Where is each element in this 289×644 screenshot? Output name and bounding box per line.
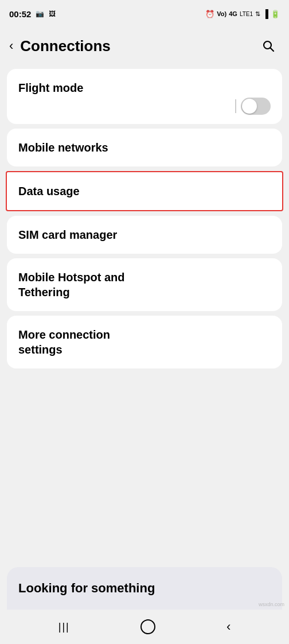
header: ‹ Connections [0,28,289,64]
looking-for-something-label: Looking for something [18,581,155,595]
alarm-icon: ⏰ [205,10,214,18]
toggle-divider [235,99,236,113]
signal-icon: ▐ [263,9,268,18]
home-icon [140,619,155,634]
lte-icon: LTE1 [240,11,253,17]
status-time: 00:52 [9,9,31,19]
sim-card-manager-label: SIM card manager [18,228,117,241]
data-arrows-icon: ⇅ [255,10,260,18]
back-button[interactable]: ‹ [9,38,13,53]
recent-apps-icon: ||| [58,621,70,633]
status-bar: 00:52 📷 🖼 ⏰ Vo) 4G LTE1 ⇅ ▐ 🔋 [0,0,289,28]
more-connection-settings-label: More connectionsettings [18,328,110,356]
search-icon [261,39,275,53]
camera-icon: 📷 [36,10,44,18]
search-button[interactable] [257,34,280,57]
gallery-icon: 🖼 [49,10,56,18]
status-right: ⏰ Vo) 4G LTE1 ⇅ ▐ 🔋 [205,9,280,18]
nav-bar: ||| ‹ [0,610,289,644]
flight-mode-item[interactable]: Flight mode [7,69,282,124]
battery-icon: 🔋 [271,10,280,18]
toggle-knob [242,99,257,114]
home-button[interactable] [140,619,155,634]
sim-card-manager-item[interactable]: SIM card manager [7,216,282,254]
status-left: 00:52 📷 🖼 [9,9,56,19]
flight-mode-label: Flight mode [18,82,83,94]
mobile-networks-item[interactable]: Mobile networks [7,129,282,166]
back-nav-button[interactable]: ‹ [226,619,231,634]
mobile-hotspot-label: Mobile Hotspot andTethering [18,271,125,298]
flight-mode-toggle-row [18,98,271,115]
network-4g-icon: 4G [229,10,237,17]
svg-line-1 [271,48,274,52]
watermark: wsxdn.com [259,602,284,607]
content-area: Flight mode Mobile networks Data usage S… [0,64,289,373]
back-nav-icon: ‹ [226,619,231,634]
recent-apps-button[interactable]: ||| [58,621,70,633]
more-connection-settings-item[interactable]: More connectionsettings [7,316,282,368]
data-usage-item[interactable]: Data usage [6,171,283,211]
volte-icon: Vo) [217,10,226,17]
page-title: Connections [20,37,110,55]
flight-mode-toggle[interactable] [241,98,271,115]
mobile-networks-label: Mobile networks [18,141,108,154]
header-left: ‹ Connections [9,37,111,55]
looking-for-something-item[interactable]: Looking for something [7,567,282,610]
mobile-hotspot-item[interactable]: Mobile Hotspot andTethering [7,258,282,311]
data-usage-label: Data usage [18,185,80,197]
